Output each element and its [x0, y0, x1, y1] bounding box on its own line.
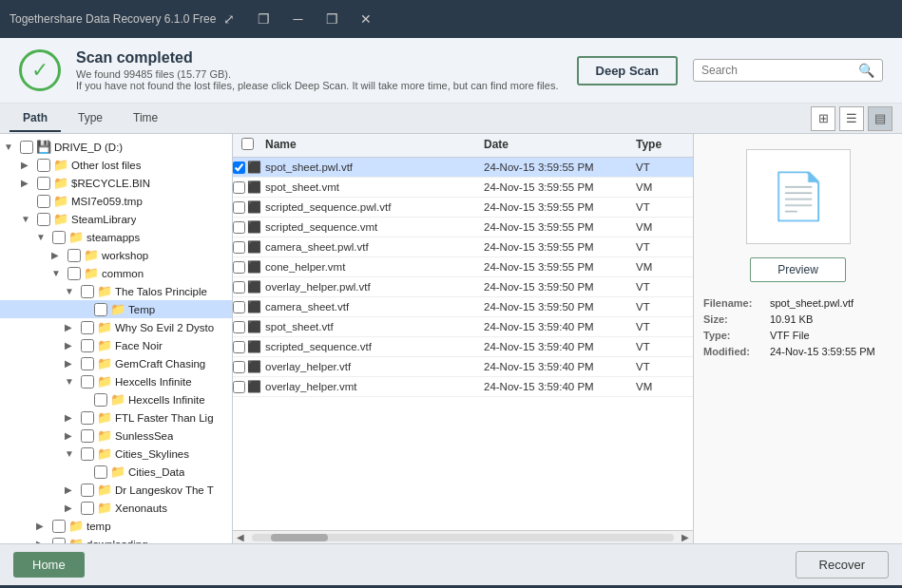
- restore-button[interactable]: ❐: [250, 6, 277, 32]
- file-row[interactable]: ⬛ camera_sheet.pwl.vtf 24-Nov-15 3:59:55…: [233, 237, 693, 257]
- tree-node[interactable]: ▼ 💾 DRIVE_D (D:): [0, 138, 232, 156]
- tree-checkbox[interactable]: [81, 357, 94, 370]
- tree-node[interactable]: 📁 Temp: [0, 300, 232, 318]
- node-label: DRIVE_D (D:): [54, 142, 123, 153]
- tree-node[interactable]: ▶ 📁 Face Noir: [0, 336, 232, 354]
- tree-checkbox[interactable]: [94, 465, 107, 479]
- view-list-button[interactable]: ☰: [839, 106, 864, 131]
- file-row-check: ⬛: [233, 161, 261, 174]
- file-type-icon: ⬛: [247, 360, 261, 373]
- home-button[interactable]: Home: [13, 552, 85, 578]
- tree-checkbox[interactable]: [52, 520, 66, 533]
- tree-checkbox[interactable]: [81, 321, 94, 334]
- tree-checkbox[interactable]: [37, 213, 50, 226]
- tree-node[interactable]: 📁 Hexcells Infinite: [0, 390, 232, 408]
- tree-checkbox[interactable]: [37, 177, 50, 190]
- file-row[interactable]: ⬛ overlay_helper.vmt 24-Nov-15 3:59:40 P…: [233, 377, 693, 397]
- file-checkbox[interactable]: [233, 281, 245, 294]
- file-checkbox[interactable]: [233, 341, 245, 353]
- tree-checkbox[interactable]: [52, 231, 66, 244]
- file-row[interactable]: ⬛ overlay_helper.vtf 24-Nov-15 3:59:40 P…: [233, 357, 693, 377]
- tree-checkbox[interactable]: [81, 375, 94, 389]
- tree-node[interactable]: ▶ 📁 $RECYCLE.BIN: [0, 174, 232, 192]
- scroll-left-arrow[interactable]: ◀: [233, 532, 248, 542]
- close-button[interactable]: ✕: [353, 6, 379, 32]
- tree-checkbox[interactable]: [52, 538, 66, 544]
- file-checkbox[interactable]: [233, 381, 245, 393]
- tab-type[interactable]: Type: [65, 105, 116, 132]
- tree-checkbox[interactable]: [81, 339, 94, 352]
- tree-checkbox[interactable]: [94, 393, 107, 407]
- file-row[interactable]: ⬛ cone_helper.vmt 24-Nov-15 3:59:55 PM V…: [233, 257, 693, 277]
- tree-checkbox[interactable]: [81, 411, 94, 425]
- tree-node[interactable]: ▼ 📁 Cities_Skylines: [0, 445, 232, 463]
- tree-checkbox[interactable]: [67, 267, 81, 280]
- tree-node[interactable]: ▶ 📁 GemCraft Chasing: [0, 354, 232, 372]
- tree-checkbox[interactable]: [37, 159, 50, 172]
- file-row[interactable]: ⬛ spot_sheet.pwl.vtf 24-Nov-15 3:59:55 P…: [233, 158, 693, 178]
- tree-node[interactable]: ▶ 📁 Xenonauts: [0, 499, 232, 517]
- horizontal-scrollbar[interactable]: ◀ ▶: [233, 530, 693, 543]
- tree-checkbox[interactable]: [67, 249, 81, 262]
- meta-type-value: VTF File: [770, 330, 892, 341]
- file-row[interactable]: ⬛ scripted_sequence.vmt 24-Nov-15 3:59:5…: [233, 218, 693, 237]
- view-grid-button[interactable]: ⊞: [811, 106, 835, 131]
- file-row[interactable]: ⬛ scripted_sequence.pwl.vtf 24-Nov-15 3:…: [233, 198, 693, 218]
- file-checkbox[interactable]: [233, 221, 245, 234]
- recover-button[interactable]: Recover: [796, 551, 889, 579]
- file-checkbox[interactable]: [233, 321, 245, 333]
- tree-node[interactable]: 📁 MSI7e059.tmp: [0, 192, 232, 210]
- tree-node[interactable]: ▶ 📁 Other lost files: [0, 156, 232, 174]
- tree-node[interactable]: ▶ 📁 temp: [0, 517, 232, 535]
- file-row[interactable]: ⬛ scripted_sequence.vtf 24-Nov-15 3:59:4…: [233, 337, 693, 357]
- tree-node[interactable]: ▼ 📁 SteamLibrary: [0, 210, 232, 228]
- tree-node[interactable]: ▶ 📁 FTL Faster Than Lig: [0, 408, 232, 427]
- file-row[interactable]: ⬛ spot_sheet.vtf 24-Nov-15 3:59:40 PM VT: [233, 317, 693, 337]
- tree-checkbox[interactable]: [81, 447, 94, 461]
- tree-node[interactable]: ▼ 📁 common: [0, 264, 232, 282]
- select-all-checkbox[interactable]: [241, 138, 254, 150]
- tree-node[interactable]: ▶ 📁 SunlessSea: [0, 427, 232, 445]
- file-row[interactable]: ⬛ camera_sheet.vtf 24-Nov-15 3:59:50 PM …: [233, 297, 693, 317]
- file-checkbox[interactable]: [233, 201, 245, 214]
- scan-header: ✓ Scan completed We found 99485 files (1…: [0, 38, 902, 104]
- deep-scan-button[interactable]: Deep Scan: [577, 56, 678, 85]
- tree-node[interactable]: ▶ 📁 Dr Langeskov The T: [0, 481, 232, 499]
- tree-node[interactable]: 📁 Cities_Data: [0, 463, 232, 481]
- folder-icon: 📁: [110, 465, 125, 479]
- file-row-check: ⬛: [233, 280, 261, 294]
- folder-icon: 📁: [97, 320, 112, 334]
- tree-checkbox[interactable]: [81, 429, 94, 443]
- restore2-button[interactable]: ❒: [318, 6, 345, 32]
- file-checkbox[interactable]: [233, 161, 245, 174]
- tree-checkbox[interactable]: [81, 484, 94, 497]
- file-checkbox[interactable]: [233, 181, 245, 194]
- file-checkbox[interactable]: [233, 241, 245, 254]
- tree-checkbox[interactable]: [37, 195, 50, 208]
- file-checkbox[interactable]: [233, 301, 245, 313]
- toggle-icon: ▶: [21, 160, 34, 170]
- file-row[interactable]: ⬛ overlay_helper.pwl.vtf 24-Nov-15 3:59:…: [233, 277, 693, 297]
- minimize-button[interactable]: ─: [284, 6, 311, 32]
- scroll-right-arrow[interactable]: ▶: [678, 532, 693, 542]
- tab-time[interactable]: Time: [120, 105, 171, 132]
- tree-node[interactable]: ▶ 📁 workshop: [0, 246, 232, 264]
- tree-checkbox[interactable]: [81, 502, 94, 515]
- toggle-icon: ▶: [65, 358, 78, 369]
- tree-node[interactable]: ▼ 📁 Hexcells Infinite: [0, 372, 232, 390]
- file-checkbox[interactable]: [233, 361, 245, 373]
- tree-checkbox[interactable]: [81, 285, 94, 298]
- tree-checkbox[interactable]: [20, 141, 33, 154]
- tree-node[interactable]: ▶ 📁 downloading: [0, 535, 232, 543]
- maximize-button[interactable]: ⤢: [216, 6, 242, 32]
- tree-node[interactable]: ▶ 📁 Why So Evil 2 Dysto: [0, 318, 232, 336]
- file-row[interactable]: ⬛ spot_sheet.vmt 24-Nov-15 3:59:55 PM VM: [233, 178, 693, 198]
- search-input[interactable]: [701, 64, 858, 77]
- view-detail-button[interactable]: ▤: [868, 106, 892, 131]
- preview-button[interactable]: Preview: [750, 257, 846, 282]
- tree-node[interactable]: ▼ 📁 The Talos Principle: [0, 282, 232, 300]
- tree-node[interactable]: ▼ 📁 steamapps: [0, 228, 232, 246]
- file-checkbox[interactable]: [233, 261, 245, 274]
- tree-checkbox[interactable]: [94, 303, 107, 316]
- tab-path[interactable]: Path: [10, 105, 61, 132]
